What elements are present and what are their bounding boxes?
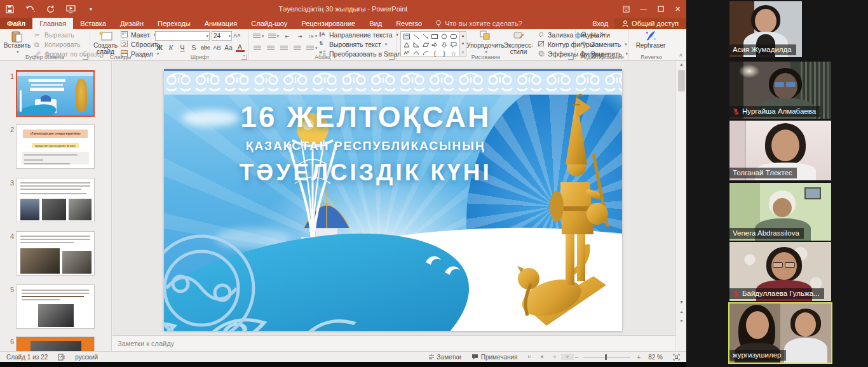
- underline-button[interactable]: Ч: [178, 43, 187, 52]
- participant-tile-5[interactable]: Байдуллаева Гульжа...: [729, 242, 831, 301]
- columns-button[interactable]: ▾: [306, 44, 318, 53]
- sign-in-button[interactable]: Вход: [586, 18, 614, 29]
- zoom-in-button[interactable]: +: [634, 354, 643, 361]
- line-spacing-button[interactable]: ↕≡▾: [308, 32, 317, 41]
- tab-reverso[interactable]: Reverso: [389, 18, 429, 29]
- shape-rounded-rect-icon[interactable]: [449, 32, 458, 41]
- shape-right-triangle-icon[interactable]: [412, 41, 421, 49]
- font-size-combo[interactable]: 24▾: [212, 31, 232, 41]
- slide-thumbnail-1[interactable]: [16, 70, 95, 117]
- change-case-button[interactable]: Аа: [224, 43, 233, 52]
- slide-thumbnail-4[interactable]: [16, 231, 95, 276]
- shape-line-icon[interactable]: [412, 32, 421, 41]
- normal-view-button[interactable]: [523, 354, 536, 360]
- align-center-button[interactable]: [266, 44, 275, 53]
- strikethrough-button[interactable]: abc: [201, 43, 210, 52]
- grow-font-button[interactable]: A˄: [233, 31, 241, 40]
- customize-qat-icon[interactable]: ▾: [85, 3, 97, 15]
- scroll-down-icon[interactable]: ▼: [677, 300, 686, 304]
- slide-editor[interactable]: 16 ЖЕЛТОҚСАН ҚАЗАҚСТАН РЕСПУБЛИКАСЫНЫҢ Т…: [164, 69, 622, 331]
- tab-view[interactable]: Вид: [362, 18, 389, 29]
- notes-toggle[interactable]: Заметки: [423, 354, 466, 361]
- dialog-launcher-icon[interactable]: ⌐: [568, 54, 574, 60]
- shape-callout-icon[interactable]: [449, 41, 458, 49]
- slide-thumbnail-3[interactable]: [16, 178, 95, 222]
- previous-slide-icon[interactable]: ⏶: [677, 310, 686, 315]
- decrease-indent-button[interactable]: ⇤: [283, 32, 292, 41]
- shape-oval-icon[interactable]: [440, 32, 449, 41]
- slide-sorter-view-button[interactable]: [536, 354, 548, 360]
- shapes-scroll-up-icon[interactable]: ▲: [460, 32, 466, 40]
- zoom-slider[interactable]: [583, 357, 630, 357]
- tab-design[interactable]: Дизайн: [113, 18, 151, 29]
- slide-scrollbar[interactable]: ▲ ▼ ⏶ ⏷: [675, 61, 686, 351]
- restore-icon[interactable]: [652, 0, 669, 18]
- shapes-scroll-down-icon[interactable]: ▼: [460, 40, 466, 48]
- slideshow-view-button[interactable]: [561, 354, 574, 360]
- bullets-button[interactable]: ▾: [253, 32, 264, 41]
- replace-button[interactable]: ab Заменить▾: [581, 40, 628, 49]
- shape-arrow-line-icon[interactable]: [421, 32, 430, 41]
- participant-tile-2[interactable]: Нургайша Алмабаева: [729, 62, 831, 119]
- tell-me-box[interactable]: Что вы хотите сделать?: [429, 18, 529, 29]
- new-slide-button[interactable]: Создать слайд: [92, 30, 119, 52]
- tab-file[interactable]: Файл: [0, 18, 32, 29]
- slide-thumbnail-6[interactable]: [16, 337, 95, 351]
- align-left-button[interactable]: [253, 44, 262, 53]
- scroll-thumb[interactable]: [678, 70, 685, 91]
- tab-transitions[interactable]: Переходы: [151, 18, 198, 29]
- notes-pane[interactable]: Заметки к слайду: [112, 335, 675, 351]
- minimize-icon[interactable]: —: [635, 0, 652, 18]
- tab-slideshow[interactable]: Слайд-шоу: [244, 18, 294, 29]
- character-spacing-button[interactable]: АВ: [213, 43, 222, 52]
- paste-button[interactable]: Вставить ▾: [3, 30, 32, 52]
- start-slideshow-icon[interactable]: [65, 3, 76, 15]
- scroll-up-icon[interactable]: ▲: [677, 62, 686, 67]
- zoom-level[interactable]: 82 %: [643, 354, 668, 361]
- slide-thumbnail-2[interactable]: «Тәуелсіздік деп соғады жүрегіміз» Қазақ…: [16, 124, 95, 169]
- shape-textbox-icon[interactable]: [402, 32, 412, 41]
- collapse-ribbon-icon[interactable]: ˄: [679, 52, 682, 58]
- spellcheck-icon[interactable]: [53, 354, 70, 361]
- dialog-launcher-icon[interactable]: ⌐: [83, 54, 88, 60]
- shape-parallelogram-icon[interactable]: [421, 41, 430, 49]
- font-name-combo[interactable]: ▾: [155, 31, 210, 41]
- participant-tile-1[interactable]: Асия Жумадилда: [729, 1, 802, 57]
- undo-icon[interactable]: [24, 3, 36, 15]
- save-icon[interactable]: [4, 3, 15, 15]
- tab-insert[interactable]: Вставка: [73, 18, 113, 29]
- shape-arrow-down-icon[interactable]: [440, 41, 449, 49]
- justify-button[interactable]: [293, 44, 302, 53]
- increase-indent-button[interactable]: ⇥: [295, 32, 304, 41]
- zoom-out-button[interactable]: −: [574, 354, 580, 361]
- redo-icon[interactable]: [44, 3, 56, 15]
- rephraser-button[interactable]: Rephraser: [634, 30, 667, 52]
- dialog-launcher-icon[interactable]: ⌐: [389, 54, 395, 60]
- next-slide-icon[interactable]: ⏷: [677, 319, 686, 324]
- dialog-launcher-icon[interactable]: ⌐: [241, 54, 247, 60]
- italic-button[interactable]: К: [166, 43, 175, 52]
- numbering-button[interactable]: ▾: [268, 32, 280, 41]
- quick-styles-button[interactable]: Экспресс-стили: [502, 30, 535, 52]
- share-button[interactable]: Общий доступ: [614, 18, 686, 29]
- shape-triangle-icon[interactable]: [402, 41, 412, 49]
- reading-view-button[interactable]: [548, 354, 561, 360]
- language-status[interactable]: русский: [70, 354, 103, 361]
- fit-slide-button[interactable]: [668, 354, 686, 361]
- participant-tile-6-active-speaker[interactable]: жургизушилер: [728, 302, 832, 364]
- align-right-button[interactable]: [280, 44, 288, 53]
- bold-button[interactable]: Ж: [155, 43, 164, 52]
- arrange-button[interactable]: Упорядочить ▾: [469, 30, 502, 52]
- participant-tile-4[interactable]: Venera Abdrassilova: [729, 183, 831, 241]
- tab-home[interactable]: Главная: [32, 18, 73, 29]
- tab-review[interactable]: Рецензирование: [294, 18, 362, 29]
- ribbon-display-options-icon[interactable]: [618, 0, 635, 18]
- shadow-button[interactable]: S: [189, 43, 198, 52]
- shape-rectangle-icon[interactable]: [430, 32, 440, 41]
- slide-title-textbox[interactable]: 16 ЖЕЛТОҚСАН ҚАЗАҚСТАН РЕСПУБЛИКАСЫНЫҢ Т…: [191, 100, 539, 186]
- font-color-button[interactable]: А: [236, 44, 245, 52]
- shape-arrow-right-icon[interactable]: [430, 41, 440, 49]
- tab-animations[interactable]: Анимация: [198, 18, 245, 29]
- close-icon[interactable]: ✕: [669, 0, 686, 18]
- comments-toggle[interactable]: Примечания: [466, 354, 523, 361]
